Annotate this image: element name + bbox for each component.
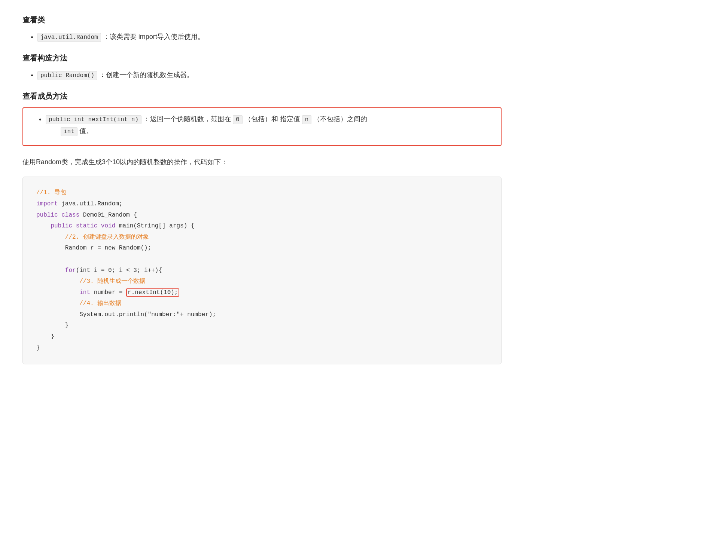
list-item: public int nextInt(int n) ：返回一个伪随机数，范围在 … [46, 113, 493, 137]
code-import: import java.util.Random; [36, 199, 488, 210]
section-methods: 查看成员方法 public int nextInt(int n) ：返回一个伪随… [22, 91, 502, 146]
section-class: 查看类 java.util.Random ：该类需要 import导入使后使用。 [22, 15, 502, 43]
code-comment2: //2. 创建键盘录入数据的对象 [36, 232, 488, 243]
list-item: public Random() ：创建一个新的随机数生成器。 [37, 69, 502, 81]
constructor-desc: ：创建一个新的随机数生成器。 [99, 71, 194, 79]
code-comment4: //4. 输出数据 [36, 298, 488, 309]
code-for-line: for(int i = 0; i < 3; i++){ [36, 265, 488, 276]
code-comment1: //1. 导包 [36, 187, 488, 199]
method-zero: 0 [233, 115, 243, 124]
code-brace2: } [36, 331, 488, 343]
method-desc-part3: （不包括）之间的 [311, 115, 367, 123]
code-class-decl: public class Demo01_Random { [36, 210, 488, 221]
section-methods-title: 查看成员方法 [22, 91, 502, 101]
constructor-code: public Random() [37, 71, 97, 80]
class-desc: ：该类需要 import导入使后使用。 [103, 33, 204, 40]
section-class-title: 查看类 [22, 15, 502, 25]
section-methods-list: public int nextInt(int n) ：返回一个伪随机数，范围在 … [46, 113, 493, 137]
code-block: //1. 导包 import java.util.Random; public … [22, 177, 502, 364]
code-main-decl: public static void main(String[] args) { [36, 221, 488, 232]
method-code: public int nextInt(int n) [46, 115, 141, 124]
method-desc-part2: （包括）和 指定值 [243, 115, 302, 123]
method-desc-part1: ：返回一个伪随机数，范围在 [143, 115, 233, 123]
code-println: System.out.println("number:"+ number); [36, 309, 488, 321]
code-int-number: int number = r.nextInt(10); [36, 287, 488, 299]
section-class-list: java.util.Random ：该类需要 import导入使后使用。 [37, 31, 502, 43]
method-desc-part4: 值。 [77, 127, 93, 135]
code-brace3: } [36, 320, 488, 331]
description-text: 使用Random类，完成生成3个10以内的随机整数的操作，代码如下： [22, 156, 502, 168]
list-item: java.util.Random ：该类需要 import导入使后使用。 [37, 31, 502, 43]
code-random-line: Random r = new Random(); [36, 243, 488, 254]
method-n: n [302, 115, 312, 124]
code-brace1: } [36, 343, 488, 354]
section-constructor-title: 查看构造方法 [22, 53, 502, 63]
section-constructor-list: public Random() ：创建一个新的随机数生成器。 [37, 69, 502, 81]
section-constructor: 查看构造方法 public Random() ：创建一个新的随机数生成器。 [22, 53, 502, 81]
class-code: java.util.Random [37, 33, 101, 42]
method-highlight-box: public int nextInt(int n) ：返回一个伪随机数，范围在 … [22, 107, 502, 146]
method-int: int [61, 127, 77, 136]
code-comment3: //3. 随机生成一个数据 [36, 276, 488, 287]
code-empty [36, 254, 488, 265]
